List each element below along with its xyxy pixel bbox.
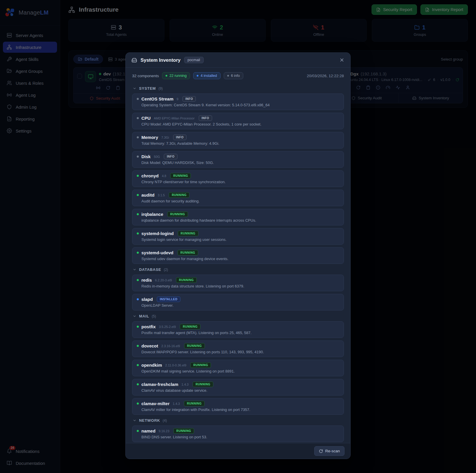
component-row[interactable]: CentOS Stream 9 INFO Operating System: C… [132, 93, 344, 110]
status-badge: RUNNING [190, 362, 211, 368]
component-row[interactable]: dovecot 2.3.16-16.el9 RUNNING Dovecot IM… [132, 340, 344, 357]
component-name: clamav-freshclam [141, 382, 178, 387]
component-row[interactable]: Disk 50G INFO Disk Model: QEMU HARDDISK,… [132, 151, 344, 168]
component-row[interactable]: clamav-milter 1.4.3 RUNNING ClamAV milte… [132, 398, 344, 415]
section-count: (4) [163, 419, 167, 423]
component-version: 3.1.5 [158, 193, 165, 197]
status-badge: RUNNING [176, 277, 197, 283]
section-count: (2) [164, 268, 168, 272]
status-dot [137, 364, 139, 366]
component-row[interactable]: irqbalance RUNNING irqbalance daemon for… [132, 209, 344, 225]
component-version: 9 [177, 97, 178, 101]
status-dot [137, 345, 139, 347]
status-dot [137, 98, 139, 100]
component-description: Systemd udev daemon for managing device … [141, 257, 339, 261]
component-name: opendkim [141, 363, 162, 368]
component-section: MAIL (5) postfix 3.5.25-2.el9 RUNNING Po… [132, 314, 344, 415]
section-title: DATABASE [139, 267, 161, 272]
component-description: ClamAV virus database update service. [141, 388, 339, 393]
modal-title: System Inventory [141, 57, 181, 63]
component-version: 9.16.23 [159, 429, 169, 433]
component-description: irqbalance daemon for distributing hardw… [141, 218, 339, 223]
status-dot [137, 156, 139, 158]
status-dot [137, 175, 139, 177]
status-badge: RUNNING [180, 324, 200, 329]
status-dot [137, 326, 139, 328]
component-name: redis [141, 278, 152, 283]
component-name: systemd-logind [141, 231, 174, 236]
component-name: irqbalance [141, 212, 163, 217]
close-button[interactable] [339, 57, 344, 63]
component-version: 3.5.25-2.el9 [159, 325, 176, 329]
component-name: Disk [141, 154, 151, 159]
component-name: postfix [141, 324, 156, 329]
component-name: named [141, 428, 155, 433]
component-section: DATABASE (2) redis 6.2.20-3.el9 RUNNING … [132, 267, 344, 310]
system-inventory-modal: System Inventory pocmail 32 components 2… [125, 52, 351, 459]
status-badge: RUNNING [169, 192, 189, 198]
chevron-down-icon [133, 314, 136, 318]
component-section: NETWORK (4) named 9.16.23 RUNNING BIND D… [132, 418, 344, 443]
component-row[interactable]: redis 6.2.20-3.el9 RUNNING Redis in-memo… [132, 275, 344, 291]
component-row[interactable]: postfix 3.5.25-2.el9 RUNNING Postfix mai… [132, 321, 344, 338]
component-row[interactable]: systemd-logind RUNNING Systemd login ser… [132, 228, 344, 245]
status-badge: INFO [164, 154, 177, 159]
status-dot [137, 383, 139, 385]
modal-body[interactable]: SYSTEM (9) CentOS Stream 9 INFO Operatin… [126, 82, 350, 443]
status-dot [137, 430, 139, 432]
component-description: Total Memory: 7.3Gi, Available Memory: 4… [141, 141, 339, 146]
component-row[interactable]: clamav-freshclam 1.4.3 RUNNING ClamAV vi… [132, 379, 344, 396]
component-version: 50G [154, 155, 160, 158]
section-count: (5) [152, 314, 156, 318]
component-description: Chrony NTP client/server for time synchr… [141, 180, 339, 184]
section-count: (9) [159, 87, 163, 91]
status-dot [137, 117, 139, 119]
hard-drive-icon [132, 57, 137, 63]
status-badge: INFO [182, 96, 196, 102]
close-icon [339, 57, 344, 63]
component-row[interactable]: auditd 3.1.5 RUNNING Audit daemon for se… [132, 190, 344, 206]
status-badge: RUNNING [170, 173, 191, 179]
component-row[interactable]: opendkim 2.11.0-0.36.el9 RUNNING OpenDKI… [132, 360, 344, 376]
component-row[interactable]: CPU AMD EPYC-Milan Processor INFO CPU Mo… [132, 113, 344, 129]
component-description: OpenLDAP Server. [141, 303, 339, 308]
section-header[interactable]: NETWORK (4) [133, 418, 343, 423]
status-dot [137, 213, 139, 215]
section-header[interactable]: MAIL (5) [133, 314, 343, 318]
status-dot [137, 252, 139, 254]
component-name: clamav-milter [141, 401, 170, 406]
component-row[interactable]: Memory 7.3Gi INFO Total Memory: 7.3Gi, A… [132, 132, 344, 149]
status-dot [137, 403, 139, 405]
component-description: Disk Model: QEMU HARDDISK, Size: 50G. [141, 160, 339, 165]
component-row[interactable]: slapd INSTALLED OpenLDAP Server. [132, 294, 344, 310]
status-badge: RUNNING [177, 250, 198, 255]
component-name: slapd [141, 297, 153, 302]
component-description: Redis in-memory data structure store. Li… [141, 284, 339, 288]
chevron-down-icon [133, 268, 136, 271]
component-row[interactable]: systemd-udevd RUNNING Systemd udev daemo… [132, 247, 344, 264]
component-row[interactable]: chronyd 4.8 RUNNING Chrony NTP client/se… [132, 170, 344, 187]
component-name: chronyd [141, 173, 159, 178]
rescan-button[interactable]: Re-scan [314, 446, 344, 456]
section-header[interactable]: SYSTEM (9) [133, 86, 343, 91]
component-version: AMD EPYC-Milan Processor [154, 117, 195, 120]
chevron-down-icon [133, 87, 136, 90]
status-badge: RUNNING [178, 231, 198, 236]
component-version: 2.11.0-0.36.el9 [165, 363, 187, 367]
status-badge: RUNNING [184, 343, 205, 349]
component-row[interactable]: named 9.16.23 RUNNING BIND DNS server. L… [132, 426, 344, 442]
section-title: SYSTEM [139, 86, 156, 91]
modal-header: System Inventory pocmail [126, 53, 350, 68]
component-description: Dovecot IMAP/POP3 server. Listening on p… [141, 350, 339, 354]
status-badge: RUNNING [184, 401, 205, 406]
refresh-icon [319, 449, 323, 453]
section-header[interactable]: DATABASE (2) [133, 267, 343, 272]
component-name: CPU [141, 116, 151, 121]
component-description: Systemd login service for managing user … [141, 237, 339, 242]
component-version: 2.3.16-16.el9 [161, 344, 180, 348]
blue-dot [197, 75, 198, 77]
component-description: Operating System: CentOS Stream 9. Kerne… [141, 103, 339, 107]
status-dot [137, 136, 139, 138]
modal-footer: Re-scan [126, 443, 350, 459]
component-description: ClamAV milter for integration with Postf… [141, 407, 339, 412]
